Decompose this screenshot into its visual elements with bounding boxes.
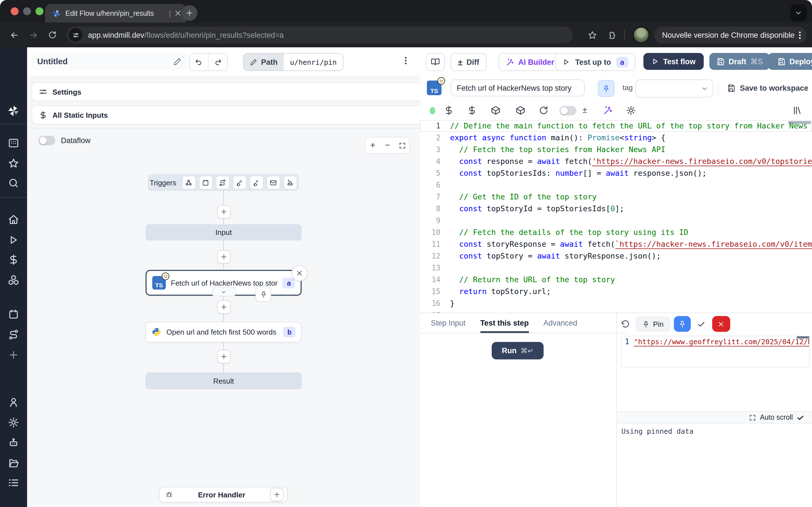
path-value[interactable]: u/henri/pin	[284, 54, 343, 70]
all-static-inputs-button[interactable]: All Static Inputs	[32, 105, 428, 124]
pinned-data-editor[interactable]: 1"https://www.geoffreylitt.com/2025/04/1…	[621, 336, 810, 367]
folders-icon[interactable]	[8, 457, 19, 469]
code-line[interactable]: 5 const topStoriesIds: number[] = await …	[420, 167, 812, 179]
editor-toggle[interactable]	[559, 106, 576, 115]
run-button[interactable]: Run ⌘↵	[492, 342, 544, 359]
editor-scrollbar[interactable]	[788, 121, 811, 124]
library-icon[interactable]	[792, 105, 802, 115]
undo-button[interactable]	[190, 54, 209, 70]
reload-button[interactable]	[43, 25, 62, 45]
websocket-trigger-icon[interactable]	[233, 176, 246, 189]
history-icon[interactable]	[621, 320, 630, 328]
code-line[interactable]: 7 // Get the ID of the top story	[420, 191, 812, 203]
package-icon[interactable]	[515, 105, 525, 115]
zoom-in-button[interactable]: +	[365, 137, 380, 153]
users-icon[interactable]	[8, 397, 19, 408]
site-info-icon[interactable]	[69, 28, 82, 42]
path-button[interactable]: Path	[244, 54, 284, 70]
search-icon[interactable]	[8, 177, 19, 189]
chrome-update-button[interactable]: Nouvelle version de Chrome disponible	[654, 26, 806, 43]
add-variable-icon[interactable]	[444, 105, 454, 115]
code-line[interactable]: 1"https://www.geoffreylitt.com/2025/04/1…	[621, 336, 809, 348]
flow-graph-canvas[interactable]: Dataflow + − Triggers	[27, 128, 420, 507]
insert-step-button[interactable]	[217, 350, 231, 363]
triggers-node[interactable]: Triggers	[148, 174, 299, 191]
extensions-button[interactable]	[602, 25, 621, 45]
redo-button[interactable]	[209, 54, 227, 70]
code-line[interactable]: 6	[420, 179, 812, 191]
code-line[interactable]: 15 return topStory.url;	[420, 286, 812, 297]
step-a-node[interactable]: TS Fetch url of HackerNews top story a	[146, 270, 302, 296]
package-icon[interactable]	[491, 105, 501, 115]
code-line[interactable]: 9	[420, 215, 812, 226]
window-minimize-button[interactable]	[23, 7, 31, 15]
home-icon[interactable]	[8, 214, 19, 225]
window-close-button[interactable]	[11, 7, 18, 15]
confirm-pin-button[interactable]	[694, 316, 709, 332]
code-line[interactable]: 4 const response = await fetch('https://…	[420, 156, 812, 167]
deploy-button[interactable]: Deploy	[768, 53, 812, 70]
flow-settings-button[interactable]: Settings	[32, 82, 428, 101]
url-bar[interactable]: app.windmill.dev/flows/edit/u/henri/pin_…	[66, 26, 573, 43]
workspace-apps-icon[interactable]	[8, 137, 19, 149]
more-options-button[interactable]	[405, 57, 407, 64]
new-tab-button[interactable]	[182, 5, 197, 21]
reset-icon[interactable]	[539, 105, 549, 115]
input-node[interactable]: Input	[146, 224, 302, 240]
runs-play-icon[interactable]	[8, 234, 19, 245]
ai-builder-button[interactable]: AI Builder	[499, 53, 562, 71]
code-line[interactable]: 12 const topStory = await storyResponse.…	[420, 250, 812, 262]
add-plus-icon[interactable]	[8, 349, 19, 360]
bookmark-star-button[interactable]	[582, 25, 602, 45]
code-line[interactable]: 1// Define the main function to fetch th…	[420, 120, 812, 132]
pinned-data-indicator[interactable]	[255, 286, 271, 302]
routes-icon[interactable]	[8, 329, 19, 340]
code-line[interactable]: 11 const storyResponse = await fetch(`ht…	[420, 238, 812, 250]
code-line[interactable]: 13	[420, 262, 812, 274]
check-icon[interactable]	[797, 414, 804, 421]
insert-step-button[interactable]	[217, 205, 231, 219]
webhook-trigger-icon[interactable]	[182, 176, 195, 189]
pin-step-button[interactable]	[598, 80, 615, 97]
windmill-logo[interactable]	[7, 105, 20, 117]
code-line[interactable]: 17	[420, 309, 812, 313]
code-line[interactable]: 8 const topStoryId = topStoriesIds[0];	[420, 203, 812, 215]
step-title-input[interactable]	[451, 79, 585, 96]
add-error-handler-button[interactable]	[270, 488, 284, 501]
editor-scrollbar[interactable]	[797, 336, 809, 339]
step-b-node[interactable]: Open url and fetch first 500 words of ..…	[146, 322, 302, 342]
schedules-calendar-icon[interactable]	[8, 309, 19, 320]
add-resource-icon[interactable]	[467, 105, 477, 115]
window-zoom-button[interactable]	[36, 7, 43, 15]
variables-dollar-icon[interactable]	[8, 254, 19, 265]
expand-step-button[interactable]	[212, 287, 236, 296]
expand-icon[interactable]	[749, 414, 756, 421]
tab-advanced[interactable]: Advanced	[543, 313, 577, 333]
diff-button[interactable]: ± Diff	[451, 53, 486, 71]
settings-gear-icon[interactable]	[8, 417, 19, 428]
schedule-trigger-icon[interactable]	[199, 176, 212, 189]
tag-select[interactable]	[636, 79, 713, 98]
forward-button[interactable]	[24, 25, 43, 45]
insert-step-button[interactable]	[217, 300, 231, 314]
test-flow-button[interactable]: Test flow	[644, 53, 703, 70]
poll-trigger-icon[interactable]	[283, 176, 297, 189]
http-route-trigger-icon[interactable]	[216, 176, 229, 189]
save-to-workspace-button[interactable]: Save to workspace	[727, 79, 808, 96]
email-trigger-icon[interactable]	[266, 176, 280, 189]
back-button[interactable]	[4, 25, 24, 45]
test-up-to-button[interactable]: Test up to a	[555, 53, 636, 71]
result-node[interactable]: Result	[146, 372, 302, 389]
dataflow-toggle[interactable]	[38, 136, 55, 145]
kafka-trigger-icon[interactable]	[250, 176, 263, 189]
code-line[interactable]: 14 // Return the URL of the top story	[420, 274, 812, 286]
audit-logs-icon[interactable]	[8, 477, 19, 489]
chrome-menu-icon[interactable]	[799, 31, 801, 39]
zoom-out-button[interactable]: −	[380, 137, 395, 153]
pinned-active-button[interactable]	[674, 316, 691, 332]
tab-test-this-step[interactable]: Test this step	[480, 313, 529, 333]
fullscreen-button[interactable]	[395, 137, 409, 153]
workers-robot-icon[interactable]	[8, 437, 19, 448]
tab-search-button[interactable]	[790, 4, 807, 21]
pencil-icon[interactable]	[173, 57, 182, 66]
